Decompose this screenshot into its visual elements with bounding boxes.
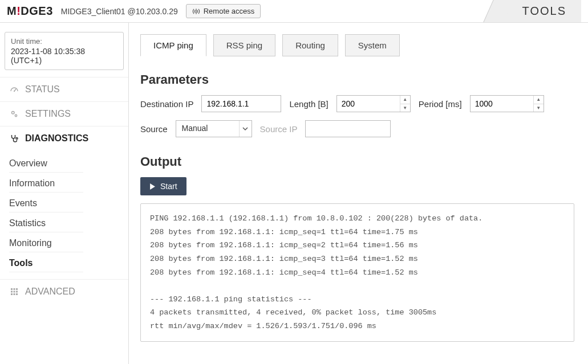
length-spinner: ▲ ▼ <box>400 96 410 112</box>
period-spin-down[interactable]: ▼ <box>534 104 544 112</box>
main-content: ICMP ping RSS ping Routing System Parame… <box>129 23 588 364</box>
period-label: Period [ms] <box>419 99 462 109</box>
subnav-overview[interactable]: Overview <box>9 153 83 173</box>
subnav-events[interactable]: Events <box>9 193 83 212</box>
source-label: Source <box>140 124 168 134</box>
nav-advanced-label: ADVANCED <box>25 287 75 297</box>
length-spin-up[interactable]: ▲ <box>400 96 410 104</box>
length-input[interactable] <box>337 96 400 112</box>
unit-time-value: 2023-11-08 10:35:38 (UTC+1) <box>11 47 117 65</box>
svg-point-1 <box>12 112 15 114</box>
remote-access-label: Remote access <box>204 7 255 15</box>
tool-tabs: ICMP ping RSS ping Routing System <box>140 34 588 56</box>
subnav-monitoring[interactable]: Monitoring <box>9 232 83 252</box>
unit-time-label: Unit time: <box>11 37 117 46</box>
source-select[interactable]: Manual <box>176 120 252 137</box>
source-ip-input[interactable] <box>305 120 391 137</box>
period-spin-up[interactable]: ▲ <box>534 96 544 104</box>
tab-icmp-ping[interactable]: ICMP ping <box>140 34 206 56</box>
nav-status[interactable]: STATUS <box>0 77 128 101</box>
gears-icon <box>9 109 19 119</box>
destination-ip-input[interactable] <box>201 95 281 112</box>
nav-status-label: STATUS <box>25 84 60 95</box>
nav-advanced[interactable]: ADVANCED <box>0 279 128 304</box>
brand-logo: M!DGE3 <box>7 5 53 18</box>
top-bar: M!DGE3 MIDGE3_Client01 @10.203.0.29 Remo… <box>0 0 588 23</box>
unit-time-box: Unit time: 2023-11-08 10:35:38 (UTC+1) <box>5 32 124 70</box>
source-ip-label: Source IP <box>260 124 298 134</box>
period-spinner: ▲ ▼ <box>533 96 544 112</box>
tab-rss-ping[interactable]: RSS ping <box>213 34 275 56</box>
length-input-box: ▲ ▼ <box>336 95 411 112</box>
tools-header-tab: TOOLS <box>499 0 581 22</box>
subnav-information[interactable]: Information <box>9 173 83 193</box>
sidebar: Unit time: 2023-11-08 10:35:38 (UTC+1) S… <box>0 23 129 364</box>
tools-header-label: TOOLS <box>522 5 566 17</box>
period-input-box: ▲ ▼ <box>470 95 544 112</box>
play-icon <box>149 183 156 190</box>
start-button-label: Start <box>160 182 177 191</box>
period-input[interactable] <box>471 96 533 112</box>
nav-settings[interactable]: SETTINGS <box>0 101 128 126</box>
output-heading: Output <box>140 154 574 169</box>
svg-point-0 <box>14 91 15 92</box>
antenna-icon <box>192 7 200 15</box>
destination-ip-label: Destination IP <box>140 99 193 109</box>
grid-icon <box>9 287 19 297</box>
length-spin-down[interactable]: ▼ <box>400 104 410 112</box>
chevron-down-icon <box>239 121 252 137</box>
brand-m: M <box>7 5 17 17</box>
gauge-icon <box>9 84 19 95</box>
start-button[interactable]: Start <box>140 177 186 195</box>
nav-diagnostics[interactable]: DIAGNOSTICS <box>0 126 128 150</box>
tab-system[interactable]: System <box>345 34 400 56</box>
tab-routing[interactable]: Routing <box>282 34 338 56</box>
diagnostics-subnav: Overview Information Events Statistics M… <box>0 150 128 279</box>
brand-rest: DGE3 <box>21 5 52 17</box>
source-select-value: Manual <box>176 121 239 137</box>
subnav-statistics[interactable]: Statistics <box>9 212 83 232</box>
remote-access-button[interactable]: Remote access <box>186 4 261 18</box>
stethoscope-icon <box>9 133 19 144</box>
parameters-heading: Parameters <box>140 72 574 87</box>
subnav-tools[interactable]: Tools <box>9 252 83 272</box>
ping-output: PING 192.168.1.1 (192.168.1.1) from 10.8… <box>140 203 574 342</box>
length-label: Length [B] <box>289 99 328 109</box>
nav-settings-label: SETTINGS <box>25 109 71 119</box>
svg-point-3 <box>16 138 18 140</box>
host-label: MIDGE3_Client01 @10.203.0.29 <box>61 7 178 16</box>
nav-diagnostics-label: DIAGNOSTICS <box>25 133 88 144</box>
svg-point-2 <box>15 114 17 116</box>
